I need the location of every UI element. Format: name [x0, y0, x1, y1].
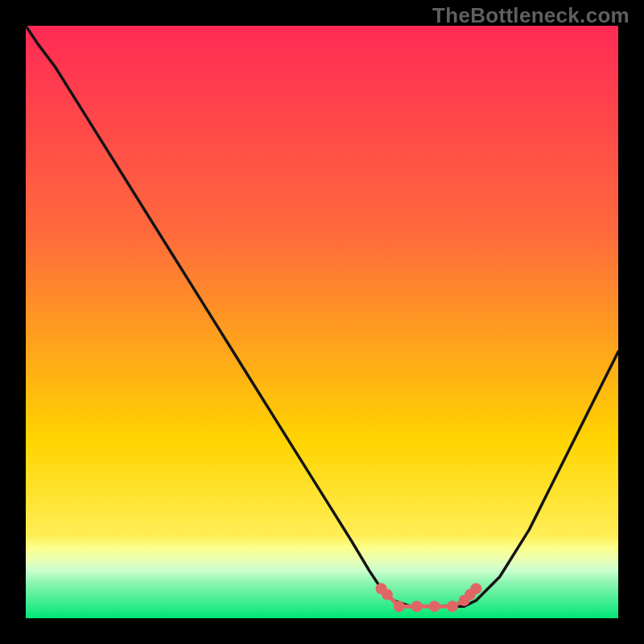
curve-marker	[448, 601, 457, 611]
curve-marker	[394, 601, 404, 611]
watermark-text: TheBottleneck.com	[432, 3, 630, 28]
curve-marker	[471, 584, 481, 593]
curve-marker	[430, 601, 440, 611]
curve-marker	[382, 590, 392, 600]
curve-marker	[412, 601, 422, 611]
chart-frame: TheBottleneck.com	[0, 0, 644, 644]
bottleneck-plot	[26, 26, 618, 618]
